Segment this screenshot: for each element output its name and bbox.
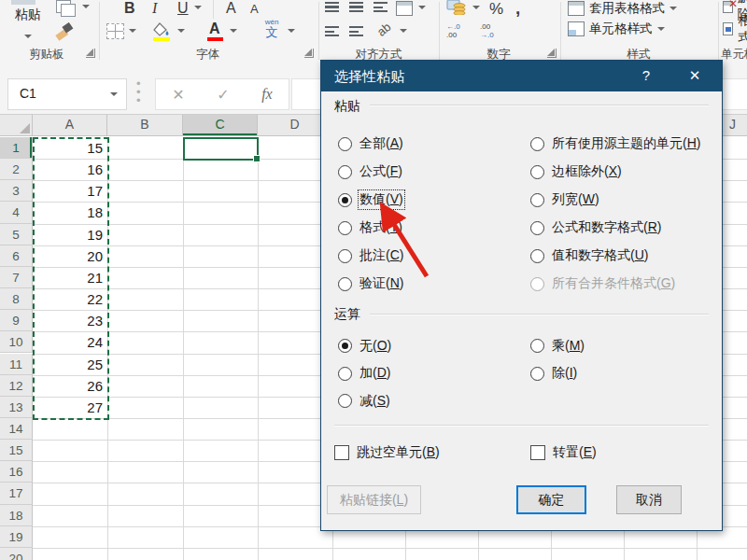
row-header-4[interactable]: 4 — [0, 202, 33, 223]
checkbox-icon[interactable] — [334, 445, 349, 460]
row-header-17[interactable]: 17 — [0, 483, 33, 504]
accounting-dropdown-icon[interactable] — [472, 6, 480, 9]
row-header-20[interactable]: 20 — [0, 548, 33, 560]
column-header-B[interactable]: B — [107, 114, 183, 136]
column-header-C[interactable]: C — [183, 114, 258, 136]
row-header-8[interactable]: 8 — [0, 288, 33, 310]
underline-dropdown-icon[interactable] — [194, 6, 202, 9]
row-header-2[interactable]: 2 — [0, 159, 33, 180]
radio-button-icon[interactable] — [338, 394, 352, 408]
checkbox-label[interactable]: 转置(E) — [553, 444, 597, 461]
radio-option-label[interactable]: 所有使用源主题的单元(H) — [552, 135, 700, 152]
font-color-icon[interactable]: A — [209, 21, 220, 37]
radio-option-label[interactable]: 加(D) — [359, 365, 390, 382]
radio-option-label[interactable]: 乘(M) — [552, 338, 585, 355]
decrease-indent-icon[interactable] — [325, 26, 339, 36]
radio-option[interactable]: 公式和数字格式(R) — [530, 214, 700, 242]
format-cells-button[interactable]: 格式 — [723, 21, 747, 37]
italic-button[interactable]: I — [152, 0, 157, 17]
radio-button-icon[interactable] — [338, 193, 352, 207]
paste-dropdown-icon[interactable] — [24, 35, 32, 38]
radio-option-label[interactable]: 公式和数字格式(R) — [552, 219, 661, 236]
close-icon[interactable]: ✕ — [684, 67, 706, 84]
borders-dropdown-icon[interactable] — [129, 29, 136, 33]
phonetic-guide-button[interactable]: wén 文 — [261, 19, 282, 39]
radio-option[interactable]: 加(D) — [338, 360, 391, 388]
row-header-1[interactable]: 1 — [0, 137, 33, 159]
radio-option-label[interactable]: 验证(N) — [359, 275, 403, 292]
radio-option[interactable]: 除(I) — [530, 360, 585, 388]
radio-option[interactable]: 无(O) — [338, 332, 391, 360]
underline-button[interactable]: U — [177, 0, 189, 17]
row-header-14[interactable]: 14 — [0, 418, 33, 440]
radio-option[interactable]: 数值(V) — [338, 186, 403, 214]
radio-option-label[interactable]: 全部(A) — [359, 135, 403, 152]
radio-button-icon[interactable] — [530, 339, 544, 353]
radio-option-label[interactable]: 无(O) — [359, 338, 391, 355]
paste-button[interactable]: 粘贴 — [7, 6, 49, 43]
name-box-dropdown-icon[interactable] — [110, 92, 118, 96]
align-top-icon[interactable] — [325, 2, 339, 12]
radio-button-icon[interactable] — [530, 367, 544, 381]
radio-button-icon[interactable] — [338, 137, 352, 151]
radio-button-icon[interactable] — [530, 249, 544, 263]
radio-option-label[interactable]: 公式(F) — [359, 163, 402, 180]
row-header-12[interactable]: 12 — [0, 375, 33, 397]
radio-option[interactable]: 验证(N) — [338, 270, 403, 298]
grow-font-button[interactable]: A — [226, 0, 236, 17]
font-color-dropdown-icon[interactable] — [230, 29, 237, 33]
row-header-16[interactable]: 16 — [0, 461, 33, 483]
shrink-font-button[interactable]: A — [250, 2, 259, 16]
insert-function-icon[interactable]: fx — [261, 86, 273, 103]
radio-option[interactable]: 所有使用源主题的单元(H) — [530, 130, 700, 158]
radio-button-icon[interactable] — [530, 165, 544, 179]
font-dialog-launcher[interactable] — [304, 49, 314, 58]
radio-button-icon[interactable] — [338, 165, 352, 179]
copy-dropdown-icon[interactable] — [82, 5, 90, 8]
row-header-9[interactable]: 9 — [0, 310, 33, 331]
active-cell-C1[interactable] — [183, 137, 259, 161]
column-header-A[interactable]: A — [33, 114, 107, 136]
format-as-table-button[interactable]: 套用表格格式 — [568, 0, 677, 17]
select-all-corner[interactable] — [0, 114, 33, 136]
radio-option-label[interactable]: 格式(T) — [359, 219, 402, 236]
radio-button-icon[interactable] — [530, 221, 544, 235]
radio-option[interactable]: 边框除外(X) — [530, 158, 700, 186]
clipboard-dialog-launcher[interactable] — [86, 49, 95, 58]
row-header-15[interactable]: 15 — [0, 440, 33, 461]
merge-dropdown-icon[interactable] — [418, 6, 426, 9]
radio-option[interactable]: 格式(T) — [338, 214, 403, 242]
borders-button-icon[interactable] — [106, 23, 124, 39]
row-header-19[interactable]: 19 — [0, 526, 33, 548]
radio-option-label[interactable]: 边框除外(X) — [552, 163, 622, 180]
radio-option[interactable]: 批注(C) — [338, 242, 403, 270]
percent-style-button[interactable]: % — [489, 0, 503, 19]
orientation-icon[interactable]: ab — [374, 20, 394, 39]
confirm-entry-icon[interactable]: ✓ — [217, 86, 229, 104]
radio-option[interactable]: 乘(M) — [530, 332, 585, 360]
row-header-18[interactable]: 18 — [0, 505, 33, 526]
increase-decimal-button[interactable]: ←.0 .00 — [446, 22, 460, 39]
row-header-3[interactable]: 3 — [0, 180, 33, 202]
radio-button-icon[interactable] — [338, 339, 352, 353]
checkbox-icon[interactable] — [530, 445, 545, 460]
align-middle-icon[interactable] — [349, 2, 363, 12]
radio-button-icon[interactable] — [338, 367, 352, 381]
row-header-10[interactable]: 10 — [0, 331, 33, 353]
decrease-decimal-button[interactable]: .00 →.0 — [480, 22, 494, 39]
cancel-entry-icon[interactable]: ✕ — [172, 86, 184, 104]
fill-color-dropdown-icon[interactable] — [177, 29, 185, 33]
radio-button-icon[interactable] — [338, 277, 352, 291]
align-bottom-icon[interactable] — [374, 2, 388, 12]
radio-option-label[interactable]: 除(I) — [552, 365, 577, 382]
name-box[interactable]: C1 — [7, 78, 127, 110]
dialog-titlebar[interactable]: 选择性粘贴 ? ✕ — [321, 61, 722, 91]
radio-button-icon[interactable] — [338, 249, 352, 263]
radio-option-label[interactable]: 值和数字格式(U) — [552, 247, 648, 264]
radio-option-label[interactable]: 数值(V) — [359, 191, 403, 208]
row-header-11[interactable]: 11 — [0, 354, 33, 375]
radio-option[interactable]: 全部(A) — [338, 130, 403, 158]
transpose-checkbox-row[interactable]: 转置(E) — [530, 439, 597, 467]
comma-style-button[interactable]: , — [515, 0, 520, 19]
row-header-13[interactable]: 13 — [0, 397, 33, 418]
